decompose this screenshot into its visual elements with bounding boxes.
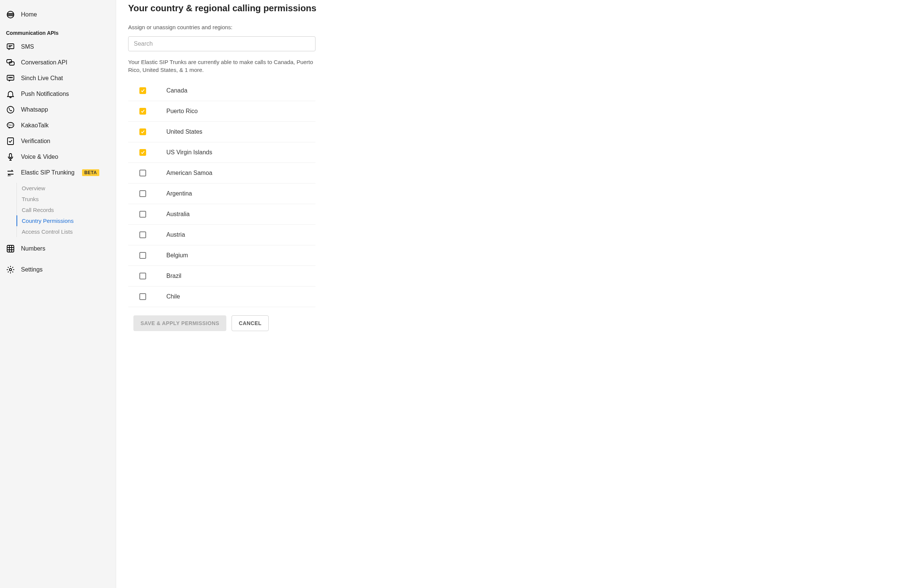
sidebar-item-label: Push Notifications [21, 91, 69, 97]
sub-item-call-records[interactable]: Call Records [16, 205, 116, 215]
country-row: Canada [128, 81, 316, 101]
save-apply-button[interactable]: SAVE & APPLY PERMISSIONS [133, 315, 226, 331]
country-name: United States [166, 128, 202, 135]
svg-point-15 [9, 268, 11, 271]
voice-video-icon [6, 153, 15, 161]
svg-text:TALK: TALK [8, 124, 13, 126]
home-icon [6, 10, 15, 19]
svg-point-6 [10, 77, 11, 78]
sidebar-item-label: KakaoTalk [21, 122, 49, 129]
svg-rect-1 [7, 44, 14, 49]
sip-sub-nav: Overview Trunks Call Records Country Per… [16, 183, 116, 237]
svg-point-5 [9, 77, 9, 78]
country-checkbox[interactable] [139, 170, 146, 176]
country-list: CanadaPuerto RicoUnited StatesUS Virgin … [128, 81, 316, 307]
sidebar-item-label: Conversation API [21, 59, 67, 66]
sidebar-item-label: Verification [21, 138, 50, 145]
sidebar-item-verification[interactable]: Verification [0, 133, 116, 149]
country-row: Puerto Rico [128, 101, 316, 122]
country-row: Australia [128, 204, 316, 225]
country-row: Belgium [128, 245, 316, 266]
sidebar-item-label: Voice & Video [21, 154, 58, 160]
country-checkbox[interactable] [139, 149, 146, 156]
country-checkbox[interactable] [139, 108, 146, 115]
sidebar-item-sinch-live-chat[interactable]: Sinch Live Chat [0, 70, 116, 86]
sidebar-item-numbers[interactable]: Numbers [0, 241, 116, 257]
country-checkbox[interactable] [139, 231, 146, 238]
action-bar: SAVE & APPLY PERMISSIONS CANCEL [128, 315, 449, 331]
sidebar-item-voice-video[interactable]: Voice & Video [0, 149, 116, 165]
sidebar-item-home[interactable]: Home [0, 7, 116, 23]
country-row: Argentina [128, 184, 316, 204]
sidebar-item-label: SMS [21, 44, 34, 50]
svg-rect-14 [7, 245, 14, 252]
svg-point-8 [7, 106, 14, 113]
sidebar-item-push-notifications[interactable]: Push Notifications [0, 86, 116, 102]
svg-rect-11 [8, 138, 13, 145]
sidebar-item-sms[interactable]: SMS [0, 39, 116, 55]
country-checkbox[interactable] [139, 293, 146, 300]
sidebar-section-title: Communication APIs [0, 23, 116, 39]
sip-trunking-icon: SIP [6, 168, 15, 177]
country-name: Brazil [166, 273, 181, 279]
sidebar-item-label: Whatsapp [21, 106, 48, 113]
country-name: Argentina [166, 190, 192, 197]
country-name: Canada [166, 87, 187, 94]
country-checkbox[interactable] [139, 252, 146, 259]
numbers-icon [6, 244, 15, 253]
conversation-icon [6, 58, 15, 67]
sidebar-item-elastic-sip-trunking[interactable]: SIP Elastic SIP Trunking BETA [0, 165, 116, 180]
country-name: US Virgin Islands [166, 149, 212, 156]
svg-rect-12 [9, 154, 11, 158]
livechat-icon [6, 74, 15, 83]
country-row: United States [128, 122, 316, 142]
page-subtitle: Assign or unassign countries and regions… [128, 24, 449, 30]
sidebar-item-whatsapp[interactable]: Whatsapp [0, 102, 116, 118]
country-name: Puerto Rico [166, 108, 198, 115]
country-checkbox[interactable] [139, 128, 146, 135]
main-content: Your country & regional calling permissi… [116, 0, 461, 588]
sidebar-item-label: Numbers [21, 245, 46, 252]
beta-badge: BETA [82, 169, 99, 176]
country-row: Chile [128, 286, 316, 307]
country-name: Belgium [166, 252, 188, 259]
sms-icon [6, 42, 15, 51]
search-input[interactable] [128, 36, 316, 51]
sidebar: Home Communication APIs SMS Conversation… [0, 0, 116, 588]
kakaotalk-icon: TALK [6, 121, 15, 130]
svg-point-7 [11, 77, 12, 78]
whatsapp-icon [6, 105, 15, 114]
sub-item-access-control-lists[interactable]: Access Control Lists [16, 226, 116, 237]
country-row: Austria [128, 225, 316, 245]
country-checkbox[interactable] [139, 273, 146, 279]
country-row: US Virgin Islands [128, 142, 316, 163]
page-title: Your country & regional calling permissi… [128, 3, 449, 13]
country-name: Australia [166, 211, 190, 218]
svg-text:SIP: SIP [8, 175, 11, 177]
sub-item-trunks[interactable]: Trunks [16, 193, 116, 205]
sidebar-item-label: Settings [21, 266, 43, 273]
sidebar-item-settings[interactable]: Settings [0, 262, 116, 278]
country-name: Chile [166, 293, 180, 300]
verification-icon [6, 137, 15, 146]
country-name: Austria [166, 231, 185, 238]
gear-icon [6, 265, 15, 274]
status-text: Your Elastic SIP Trunks are currently ab… [128, 58, 316, 74]
cancel-button[interactable]: CANCEL [231, 315, 268, 331]
country-checkbox[interactable] [139, 87, 146, 94]
sidebar-item-label: Home [21, 11, 37, 18]
country-row: American Samoa [128, 163, 316, 184]
sub-item-country-permissions[interactable]: Country Permissions [16, 215, 116, 226]
sidebar-item-kakaotalk[interactable]: TALK KakaoTalk [0, 118, 116, 133]
country-name: American Samoa [166, 170, 212, 176]
sub-item-overview[interactable]: Overview [16, 183, 116, 193]
bell-icon [6, 89, 15, 99]
sidebar-item-label: Elastic SIP Trunking [21, 169, 75, 176]
sidebar-item-label: Sinch Live Chat [21, 75, 63, 82]
sidebar-item-conversation-api[interactable]: Conversation API [0, 55, 116, 70]
country-checkbox[interactable] [139, 190, 146, 197]
country-checkbox[interactable] [139, 211, 146, 218]
country-row: Brazil [128, 266, 316, 286]
